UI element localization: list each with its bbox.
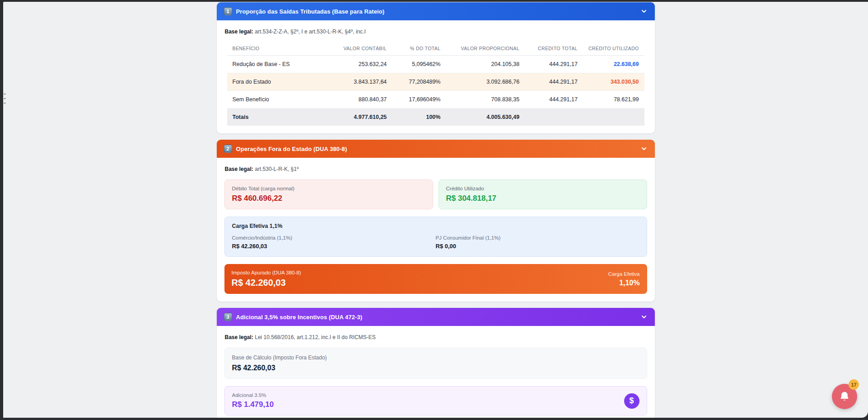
cell-credito-utilizado [583,109,644,126]
base-legal-line: Base legal: art.530-L-R-K, §1º [225,166,647,172]
panel-title: Operações Fora do Estado (DUA 380-8) [236,146,347,152]
base-legal-line: Base legal: art.534-Z-Z-A, §2º, I e art.… [225,28,647,35]
base-legal-label: Base legal: [225,334,253,340]
credito-utilizado-card: Crédito Utilizado R$ 304.818,17 [439,179,647,209]
app-page: 1 Proporção das Saídas Tributadas (Base … [3,2,868,418]
comercio-industria-label: Comércio/Indústria (1,1%) [232,235,436,241]
cell-credito-total: 444.291,17 [525,91,583,109]
col-header-credito-total: Crédito Total [525,42,583,56]
panel-adicional-header[interactable]: 3 Adicional 3,5% sobre Incentivos (DUA 4… [217,308,655,326]
debito-total-value: R$ 460.696,22 [232,194,425,203]
pj-consumidor-value: R$ 0,00 [436,243,639,250]
adicional-card: Adicional 3.5% R$ 1.479,10 $ [224,386,647,415]
panel-adicional-body: Base legal: Lei 10.568/2016, art.1.212, … [217,326,655,418]
panel-operacoes-fora-estado: 2 Operações Fora do Estado (DUA 380-8) B… [217,140,655,302]
table-row: Redução de Base - ES 253.632,24 5,095462… [227,56,644,73]
notification-count-badge: 17 [849,379,859,390]
col-header-valor-proporcional: Valor Proporcional [446,42,525,56]
adicional-value: R$ 1.479,10 [232,400,274,409]
cell-valor-contabil: 880.840,37 [326,91,392,109]
pj-consumidor-label: PJ Consumidor Final (1,1%) [436,235,639,241]
cell-pct-total: 100% [392,109,446,126]
cell-valor-proporcional: 204.105,38 [446,56,525,73]
editor-artifact [4,98,6,99]
cell-credito-total [525,109,583,126]
base-calculo-value: R$ 42.260,03 [232,364,639,372]
panel-title: Adicional 3,5% sobre Incentivos (DUA 472… [236,314,363,321]
carga-efetiva-card: Carga Efetiva 1,1% Comércio/Indústria (1… [224,217,647,257]
table-row: Sem Benefício 880.840,37 17,696049% 708.… [227,91,644,109]
col-header-beneficio: Benefício [227,42,326,56]
main-content: 1 Proporção das Saídas Tributadas (Base … [217,2,655,418]
chevron-down-icon[interactable] [640,313,648,321]
panel-adicional-incentivos: 3 Adicional 3,5% sobre Incentivos (DUA 4… [217,308,655,418]
cell-valor-proporcional: 4.005.630,49 [446,109,525,126]
carga-efetiva-right-value: 1,10% [608,279,640,287]
carga-efetiva-title: Carga Efetiva 1,1% [232,223,639,229]
cell-valor-contabil: 3.843.137,64 [326,73,392,91]
table-row-highlighted: Fora do Estado 3.843.137,64 77,208489% 3… [227,73,644,91]
comercio-industria-value: R$ 42.260,03 [232,243,436,250]
bell-icon [839,391,850,402]
table-header-row: Benefício Valor Contábil % do Total Valo… [227,42,644,56]
rateio-table: Benefício Valor Contábil % do Total Valo… [227,42,644,126]
cell-credito-total: 444.291,17 [525,56,583,73]
imposto-apurado-value: R$ 42.260,03 [232,278,301,288]
col-header-valor-contabil: Valor Contábil [326,42,392,56]
cell-valor-contabil: 253.632,24 [326,56,392,73]
col-header-credito-utilizado: Crédito Utilizado [583,42,644,56]
table-totals-row: Totais 4.977.610,25 100% 4.005.630,49 [227,109,644,126]
panel-proporcao-saidas: 1 Proporção das Saídas Tributadas (Base … [217,2,655,133]
cell-credito-utilizado: 343.030,50 [583,73,644,91]
base-calculo-label: Base de Cálculo (Imposto Fora Estado) [232,354,639,361]
cell-beneficio: Fora do Estado [227,73,326,91]
imposto-apurado-label: Imposto Apurado (DUA 380-8) [232,270,301,275]
base-legal-label: Base legal: [225,166,253,172]
pj-consumidor-block: PJ Consumidor Final (1,1%) R$ 0,00 [436,235,639,250]
cell-pct-total: 5,095462% [392,56,446,73]
comercio-industria-block: Comércio/Indústria (1,1%) R$ 42.260,03 [232,235,436,250]
base-legal-label: Base legal: [225,28,253,35]
carga-efetiva-right-block: Carga Efetiva 1,10% [608,271,640,287]
panel-title: Proporção das Saídas Tributadas (Base pa… [236,8,385,15]
cell-valor-proporcional: 708.838,35 [446,91,525,109]
cell-pct-total: 17,696049% [392,91,446,109]
base-legal-text: Lei 10.568/2016, art.1.212, inc.I e II d… [255,334,376,340]
chevron-down-icon[interactable] [640,145,648,152]
base-legal-text: art.530-L-R-K, §1º [255,166,299,172]
cell-beneficio: Totais [227,109,326,126]
panel-proporcao-header[interactable]: 1 Proporção das Saídas Tributadas (Base … [217,2,655,20]
adicional-label: Adicional 3.5% [232,392,274,398]
credito-utilizado-value: R$ 304.818,17 [446,194,639,203]
carga-efetiva-right-label: Carga Efetiva [608,271,640,277]
debito-total-card: Débito Total (carga normal) R$ 460.696,2… [224,179,433,209]
base-legal-text: art.534-Z-Z-A, §2º, I e art.530-L-R-K, §… [255,28,366,35]
credito-utilizado-label: Crédito Utilizado [446,186,639,191]
notifications-button[interactable]: 17 [832,384,857,409]
keycap-2-icon: 2 [224,145,232,153]
cell-beneficio: Redução de Base - ES [227,56,326,73]
panel-proporcao-body: Base legal: art.534-Z-Z-A, §2º, I e art.… [217,20,655,133]
cell-credito-utilizado: 22.638,69 [583,56,644,73]
imposto-apurado-block: Imposto Apurado (DUA 380-8) R$ 42.260,03 [232,270,301,288]
adicional-block: Adicional 3.5% R$ 1.479,10 [232,392,274,409]
cell-credito-utilizado: 78.621,99 [583,91,644,109]
base-calculo-card: Base de Cálculo (Imposto Fora Estado) R$… [224,348,647,379]
col-header-pct-total: % do Total [392,42,446,56]
cell-valor-proporcional: 3.092.686,76 [446,73,525,91]
cell-credito-total: 444.291,17 [525,73,583,91]
cell-valor-contabil: 4.977.610,25 [326,109,392,126]
keycap-3-icon: 3 [224,313,232,321]
panel-operacoes-header[interactable]: 2 Operações Fora do Estado (DUA 380-8) [217,140,655,158]
keycap-1-icon: 1 [224,7,232,15]
cell-beneficio: Sem Benefício [227,91,326,109]
base-legal-line: Base legal: Lei 10.568/2016, art.1.212, … [225,334,647,340]
chevron-down-icon[interactable] [640,8,648,15]
cell-pct-total: 77,208489% [392,73,446,91]
debito-total-label: Débito Total (carga normal) [232,186,425,191]
imposto-apurado-band: Imposto Apurado (DUA 380-8) R$ 42.260,03… [224,264,647,294]
editor-artifact [4,103,6,104]
panel-operacoes-body: Base legal: art.530-L-R-K, §1º Débito To… [217,158,655,302]
editor-artifact [4,94,6,94]
dollar-circle-icon: $ [624,393,639,409]
